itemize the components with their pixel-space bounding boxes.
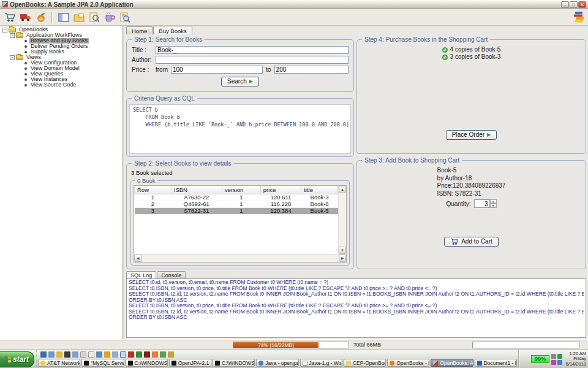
battery-indicator[interactable]: 99% (531, 355, 549, 363)
instances-cup-icon (104, 12, 115, 22)
scroll-right-icon[interactable]: ▶ (339, 255, 346, 262)
task-button[interactable]: Document1 - Mic... (475, 359, 517, 367)
quick-launch-icon[interactable] (96, 351, 102, 358)
col-title[interactable]: title (301, 186, 338, 194)
quick-launch-icon[interactable] (40, 351, 47, 358)
play-arrow-icon: ▶ (249, 78, 253, 85)
price-from-input[interactable] (171, 66, 263, 74)
view-instances-button[interactable] (102, 10, 117, 25)
view-source-code-button[interactable] (117, 10, 132, 25)
title-input[interactable] (156, 46, 349, 54)
quick-launch-icon[interactable] (168, 351, 174, 358)
step3-title: Step 3: Add Book to Shopping Cart (362, 157, 462, 164)
table-row-selected[interactable]: 3S7822-311120.384Book-5 (135, 207, 338, 214)
table-row[interactable]: 2Q4692-611116.228Book-8 (135, 201, 338, 207)
collapse-icon[interactable]: − (10, 55, 15, 60)
tab-home[interactable]: Home (126, 26, 153, 34)
log-line: SELECT t0.ISBN, t2.id, t2.version, t2.na… (129, 309, 584, 315)
task-button[interactable]: C:\WINDOWS\sys... (126, 359, 168, 367)
tree-item-view-source-code[interactable]: View Source Code (1, 82, 122, 88)
quick-launch-icon[interactable] (112, 351, 118, 358)
add-to-cart-button[interactable]: Add to Cart (444, 237, 499, 247)
quick-launch-icon[interactable] (104, 351, 110, 358)
book-group: 0 Book Row (130, 180, 350, 266)
view-queries-button[interactable] (86, 10, 102, 25)
buy-cart-button[interactable] (2, 10, 18, 25)
horizontal-scrollbar[interactable]: ◀ ▶ (134, 254, 346, 262)
quick-launch-icon[interactable] (144, 351, 150, 358)
vertical-scrollbar[interactable]: ▲ ▼ (338, 186, 346, 254)
quick-launch-icon[interactable] (48, 351, 55, 358)
cart-item: ✓3 copies of Book-3 (442, 53, 501, 61)
cql-query-text: SELECT b FROM Book b WHERE (b.title LIKE… (129, 104, 351, 154)
task-button[interactable]: CEP-OpenBooks (344, 359, 386, 367)
quick-launch-bar (37, 350, 518, 358)
task-button[interactable]: OpenJPA-2.1 (169, 359, 211, 367)
window-title: OpenBooks: A Sample JPA 2.0 Application (10, 1, 560, 8)
cmd-icon (128, 361, 133, 366)
author-input[interactable] (156, 56, 349, 64)
tray-icon[interactable] (551, 360, 556, 365)
task-button-active[interactable]: OpenBooks: A Sa... (431, 359, 473, 367)
col-row[interactable]: Row (135, 186, 172, 194)
deliver-truck-button[interactable] (18, 10, 33, 25)
folder-icon (16, 55, 23, 60)
quick-launch-icon[interactable] (56, 351, 62, 358)
tray-icon[interactable] (551, 354, 556, 359)
minimize-icon[interactable]: – (561, 1, 569, 8)
task-button[interactable]: AT&T Network Cl... (38, 359, 80, 367)
book-price: Price:120.384089226937 (437, 182, 506, 190)
word-icon (477, 361, 482, 366)
task-button[interactable]: "MySQL Server" (81, 359, 124, 367)
col-isbn[interactable]: ISBN (171, 186, 222, 194)
table-row[interactable]: 1A7630-221120.611Book-3 (135, 194, 338, 201)
price-to-input[interactable] (274, 66, 349, 74)
supply-box-button[interactable] (33, 10, 48, 25)
quick-launch-icon[interactable] (128, 351, 134, 358)
log-section: SQL Log Console SELECT t0.id, t0.version… (124, 270, 588, 339)
task-button[interactable]: Java-1.g - WordPad (300, 359, 342, 367)
quick-launch-icon[interactable] (120, 351, 126, 358)
app-icon (2, 1, 8, 7)
restore-icon[interactable]: □ (570, 1, 578, 8)
tray-icon[interactable] (557, 354, 562, 359)
quick-launch-icon[interactable] (64, 351, 70, 358)
scroll-left-icon[interactable]: ◀ (134, 255, 141, 262)
view-domain-model-button[interactable] (71, 10, 86, 25)
spin-down-icon[interactable]: ▼ (490, 204, 497, 208)
quantity-stepper[interactable]: ▲ ▼ (474, 199, 497, 208)
tab-buy-books[interactable]: Buy Books (153, 26, 192, 34)
java-icon (258, 361, 263, 366)
place-order-button[interactable]: Place Order▶ (446, 130, 497, 140)
quantity-input[interactable] (474, 199, 490, 208)
view-configuration-button[interactable] (56, 10, 71, 25)
quick-launch-icon[interactable] (88, 351, 94, 358)
start-button[interactable]: start (0, 351, 34, 367)
tab-sql-log[interactable]: SQL Log (126, 271, 156, 278)
progress-fill: 74% (16/22MB) (233, 342, 318, 348)
quick-launch-icon[interactable] (152, 351, 158, 358)
quick-launch-icon[interactable] (72, 351, 78, 358)
taskbar-clock[interactable]: 1:20 AM Friday 5/14/2010 (564, 351, 586, 367)
tray-icon[interactable] (557, 360, 562, 365)
close-icon[interactable]: ✕ (578, 1, 586, 8)
tab-console[interactable]: Console (157, 271, 186, 278)
col-price[interactable]: price (260, 186, 301, 194)
task-button[interactable]: Java - openjpa-2... (256, 359, 298, 367)
spin-up-icon[interactable]: ▲ (490, 199, 497, 204)
source-search-icon (119, 12, 130, 23)
collapse-icon[interactable]: − (2, 28, 7, 33)
sql-log-body[interactable]: SELECT t0.id, t0.version, t0.email, t0.n… (126, 278, 586, 338)
task-button[interactable]: OpenBooks - Feat... (387, 359, 429, 367)
col-version[interactable]: version (222, 186, 260, 194)
scroll-up-icon[interactable]: ▲ (339, 186, 346, 193)
collapse-icon[interactable]: − (10, 33, 15, 38)
quick-launch-icon[interactable] (160, 351, 166, 358)
search-button[interactable]: Search▶ (221, 77, 259, 86)
quick-launch-icon[interactable] (136, 351, 142, 358)
tray-icons (551, 354, 562, 365)
queries-search-icon (89, 12, 100, 23)
scroll-down-icon[interactable]: ▼ (339, 247, 346, 254)
task-button[interactable]: C:\WINDOWS\sys... (213, 359, 255, 367)
quick-launch-icon[interactable] (80, 351, 86, 358)
